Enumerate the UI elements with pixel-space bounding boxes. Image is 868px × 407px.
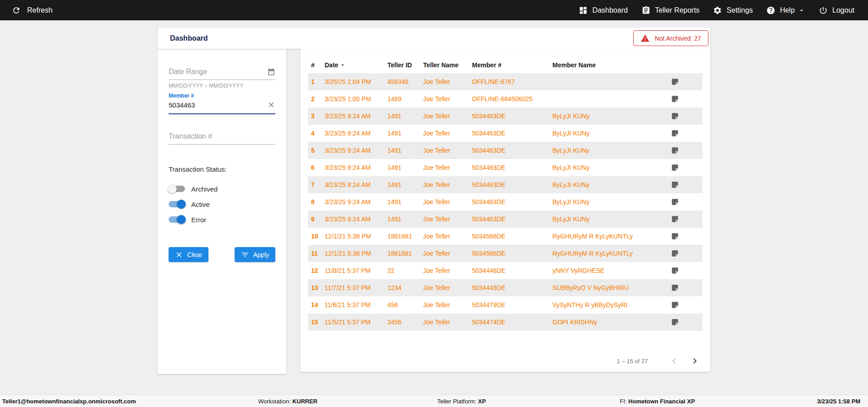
table-row[interactable]: 1 3/25/25 1:04 PM 456346 Joe Teller OFFL… [308,73,703,90]
row-number: 11 [311,250,325,257]
note-icon[interactable] [671,164,679,172]
nav-logout[interactable]: Logout [819,6,854,15]
row-teller-id: 456 [387,301,423,309]
note-icon[interactable] [671,301,679,309]
table-row[interactable]: 14 11/6/21 5:37 PM 456 Joe Teller 503447… [308,296,703,313]
nav-dashboard-label: Dashboard [592,6,627,14]
row-number: 13 [311,284,325,291]
row-member-num: 5034566DE [472,233,552,240]
table-row[interactable]: 7 3/23/25 9:24 AM 1491 Joe Teller 503446… [308,176,703,193]
row-date: 3/23/25 1:05 PM [325,95,387,103]
clear-member-icon[interactable] [267,101,275,109]
dashboard-header-bar: Dashboard Not Archived: 27 [158,28,710,49]
active-switch[interactable] [169,201,185,207]
member-number-value[interactable]: 5034463 [169,101,195,109]
nav-settings[interactable]: Settings [713,6,753,15]
col-teller-id[interactable]: Teller ID [387,61,423,69]
row-teller-id: 1489 [387,95,423,103]
date-range-format-hint: MM/DD/YYYY – MM/DD/YYYY [169,83,275,89]
table-row[interactable]: 8 3/23/25 9:24 AM 1491 Joe Teller 503446… [308,193,703,211]
note-icon[interactable] [671,232,679,240]
note-icon[interactable] [671,146,679,154]
member-number-label: Member # [169,93,275,99]
nav-help-label: Help [780,6,795,14]
row-number: 12 [311,267,325,274]
row-teller-id: 456346 [387,78,423,85]
date-range-field[interactable]: Date Range MM/DD/YYYY – MM/DD/YYYY [169,66,275,89]
table-row[interactable]: 3 3/23/25 9:24 AM 1491 Joe Teller 503446… [308,108,703,125]
help-icon [766,6,775,15]
transaction-number-field[interactable]: Transaction # [169,131,275,145]
note-icon[interactable] [671,198,679,206]
row-member-name: ByLyJI KUNy [552,112,664,120]
clear-button[interactable]: Clear [169,247,208,262]
transaction-status-label: Transaction Status: [169,165,275,173]
table-row[interactable]: 6 3/23/25 9:24 AM 1491 Joe Teller 503446… [308,159,703,176]
row-number: 15 [311,318,325,326]
row-member-num: 5034463DE [472,198,552,206]
note-icon[interactable] [671,267,679,275]
row-member-name: RyGHURyM R KyLyKUNTLy [552,233,664,240]
table-row[interactable]: 9 3/23/25 9:24 AM 1491 Joe Teller 503446… [308,211,703,228]
note-icon[interactable] [671,181,679,189]
table-row[interactable]: 12 11/8/21 5:37 PM 22 Joe Teller 5034446… [308,262,703,279]
row-teller-id: 1491 [387,112,423,120]
table-row[interactable]: 15 11/5/21 5:37 PM 3456 Joe Teller 50344… [308,313,703,331]
next-page-icon[interactable] [689,356,700,366]
table-row[interactable]: 13 11/7/21 5:37 PM 1234 Joe Teller 50344… [308,279,703,296]
note-icon[interactable] [671,129,679,137]
col-member-name[interactable]: Member Name [552,61,664,69]
note-icon[interactable] [671,112,679,120]
note-icon[interactable] [671,215,679,223]
row-member-name: ByLyJI KUNy [552,215,664,223]
not-archived-badge[interactable]: Not Archived: 27 [633,30,708,46]
row-member-name: ByLyJI KUNy [552,198,664,206]
note-icon[interactable] [671,95,679,103]
table-row[interactable]: 4 3/23/25 9:24 AM 1491 Joe Teller 503446… [308,125,703,142]
row-teller-id: 1491 [387,181,423,188]
col-teller-name[interactable]: Teller Name [423,61,472,69]
nav-settings-label: Settings [726,6,753,14]
row-teller-id: 1491 [387,130,423,137]
row-teller-id: 1881881 [387,250,423,257]
row-member-name: ByLyJI KUNy [552,147,664,154]
nav-teller-reports[interactable]: Teller Reports [642,6,700,15]
refresh-button[interactable]: Refresh [12,6,52,15]
row-teller-name: Joe Teller [423,198,472,206]
table-row[interactable]: 2 3/23/25 1:05 PM 1489 Joe Teller OFFLIN… [308,90,703,108]
power-icon [819,6,828,15]
row-teller-id: 1881881 [387,233,423,240]
note-icon[interactable] [671,318,679,326]
note-icon[interactable] [671,249,679,257]
row-member-name: ByLyJI KUNy [552,164,664,171]
row-teller-name: Joe Teller [423,267,472,274]
row-member-num: 5034463DE [472,215,552,223]
toggle-active[interactable]: Active [169,196,275,212]
page-title: Dashboard [170,34,208,42]
archived-switch[interactable] [169,186,185,192]
note-icon[interactable] [671,78,679,86]
nav-dashboard[interactable]: Dashboard [579,6,627,15]
table-row[interactable]: 5 3/23/25 9:24 AM 1491 Joe Teller 503446… [308,142,703,159]
member-number-field[interactable]: Member # 5034463 [169,93,275,114]
main-content: Dashboard Not Archived: 27 Date Range MM… [158,28,710,374]
toggle-error[interactable]: Error [169,212,275,227]
row-member-name: SUBByRyO V NyGyBHIRU [552,284,664,291]
row-date: 3/25/25 1:04 PM [325,78,387,85]
nav-help[interactable]: Help [766,6,805,15]
close-icon [175,251,183,259]
row-date: 11/5/21 5:37 PM [325,318,387,326]
col-date[interactable]: Date [325,61,387,69]
calendar-icon[interactable] [267,68,275,76]
apply-button[interactable]: Apply [235,247,275,262]
error-switch[interactable] [169,216,185,223]
refresh-icon [12,6,21,15]
table-row[interactable]: 10 12/1/21 5:38 PM 1881881 Joe Teller 50… [308,228,703,245]
chevron-down-icon [798,7,805,14]
col-member-num[interactable]: Member # [472,61,552,69]
note-icon[interactable] [671,284,679,292]
prev-page-icon[interactable] [669,356,679,366]
logged-in-user: Teller1@hometownfinancialxp.onmicrosoft.… [2,398,136,405]
table-row[interactable]: 11 12/1/21 5:38 PM 1881881 Joe Teller 50… [308,245,703,262]
toggle-archived[interactable]: Archived [169,181,275,196]
